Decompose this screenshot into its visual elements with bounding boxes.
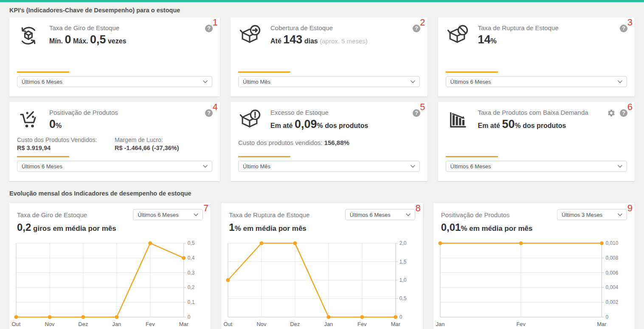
svg-text:?: ? — [415, 110, 418, 116]
help-icon[interactable]: ? — [205, 109, 213, 117]
annotation-number: 9 — [627, 204, 633, 213]
gear-icon[interactable] — [607, 109, 616, 117]
svg-text:?: ? — [622, 26, 625, 31]
kpi-title: Taxa de Ruptura de Estoque — [478, 24, 559, 31]
value-segment: % dos produtos — [515, 122, 566, 129]
value-segment: 0,2 — [17, 221, 31, 233]
svg-text:0: 0 — [605, 314, 608, 320]
kpi-action-icons: ? — [412, 24, 421, 33]
help-icon[interactable]: ? — [619, 109, 628, 117]
chevron-down-icon — [411, 165, 415, 168]
help-icon[interactable]: ? — [205, 24, 213, 33]
period-select[interactable]: Últimos 3 Meses — [557, 209, 627, 220]
product-positivation-icon — [17, 109, 40, 132]
period-select-value: Últimos 6 Meses — [350, 212, 391, 218]
period-select[interactable]: Últimos 6 Meses — [345, 209, 415, 220]
help-icon[interactable]: ? — [619, 24, 628, 33]
svg-text:Fev: Fev — [146, 321, 155, 327]
svg-text:Jan: Jan — [436, 321, 444, 327]
svg-text:0,006: 0,006 — [605, 270, 618, 276]
help-icon[interactable]: ? — [412, 24, 421, 33]
kpi-card: Excesso de Estoque Em até 0,09% dos prod… — [231, 102, 427, 181]
low-demand-icon — [446, 109, 469, 132]
svg-text:0: 0 — [399, 314, 402, 320]
chevron-down-icon — [203, 80, 208, 83]
svg-text:0,2: 0,2 — [188, 284, 195, 290]
kpi-card: Cobertura de Estoque Até 143 dias (aprox… — [231, 17, 427, 96]
kpi-title: Positivação de Produtos — [49, 109, 118, 116]
svg-text:0,4: 0,4 — [188, 255, 195, 261]
annotation-number: 7 — [203, 204, 208, 213]
kpi-value: Em até 50% dos produtos — [478, 117, 588, 133]
kpi-text-block: Taxa de Giro de Estoque Mín. 0 Máx. 0,5 … — [49, 24, 127, 48]
kpi-title: Taxa de Giro de Estoque — [49, 24, 127, 31]
line-chart: 00,0020,0040,0060,0080,010JanFevMar — [433, 239, 635, 329]
value-segment: Mín. — [49, 37, 65, 45]
kpi-card-header: Positivação de Produtos 0% — [9, 102, 220, 133]
chevron-down-icon — [618, 165, 622, 168]
kpi-cards-grid: Taxa de Giro de Estoque Mín. 0 Máx. 0,5 … — [0, 17, 644, 181]
value-segment: Máx. — [71, 37, 90, 45]
period-select[interactable]: Últimos 6 Meses — [17, 161, 212, 172]
svg-text:Jan: Jan — [324, 321, 333, 327]
kpi-substats: Custo dos Produtos Vendidos:R$ 3.919,94M… — [9, 136, 220, 151]
substat-label: Custo dos Produtos Vendidos: — [17, 136, 115, 143]
value-segment: Em até — [270, 122, 295, 129]
chart-card: Taxa de Ruptura de Estoque Últimos 6 Mes… — [221, 203, 422, 329]
kpi-action-icons: ? — [412, 109, 421, 117]
svg-text:Nov: Nov — [257, 321, 267, 327]
period-select[interactable]: Último Mês — [238, 161, 420, 172]
value-segment: % em média por mês — [235, 224, 307, 233]
kpi-action-icons: ? — [205, 24, 213, 33]
value-segment: 1 — [229, 221, 234, 233]
svg-text:0,5: 0,5 — [399, 295, 407, 301]
value-segment: vezes — [106, 37, 126, 45]
chevron-down-icon — [406, 213, 411, 216]
kpi-action-icons: ? — [607, 109, 628, 117]
kpi-action-icons: ? — [619, 24, 628, 33]
period-select[interactable]: Últimos 6 Meses — [446, 76, 627, 87]
svg-text:0,1: 0,1 — [188, 299, 195, 305]
chart-card: Taxa de Giro de Estoque Últimos 6 Meses … — [9, 203, 211, 329]
svg-text:Mar: Mar — [179, 321, 189, 327]
svg-text:0: 0 — [188, 314, 191, 320]
kpi-substat: Margem de Lucro:R$ -1.464,66 (-37,36%) — [115, 136, 212, 151]
overstock-icon — [238, 109, 261, 132]
value-segment: Até — [270, 37, 283, 45]
period-select[interactable]: Último Mês — [238, 76, 420, 87]
chevron-down-icon — [194, 213, 198, 216]
annotation-number: 6 — [627, 102, 633, 112]
kpi-text-block: Taxa de Ruptura de Estoque 14% — [478, 24, 559, 48]
svg-text:2,0: 2,0 — [399, 240, 407, 246]
stockout-rate-icon — [446, 24, 469, 47]
kpi-value: Mín. 0 Máx. 0,5 vezes — [49, 33, 127, 48]
kpi-substat: Custo dos Produtos Vendidos:R$ 3.919,94 — [17, 136, 115, 151]
kpi-title: Excesso de Estoque — [270, 109, 368, 116]
svg-text:0,5: 0,5 — [188, 240, 195, 246]
accent-underline — [17, 71, 69, 73]
chart-card: Positivação de Produtos Últimos 3 Meses … — [433, 203, 635, 329]
annotation-number: 8 — [415, 204, 420, 213]
value-segment: % em média por mês — [461, 224, 532, 233]
chart-card-header: Positivação de Produtos Últimos 3 Meses — [433, 203, 635, 220]
period-select-value: Últimos 6 Meses — [450, 79, 491, 85]
kpi-substats: Custo dos produtos vendidos: 156,88% — [231, 136, 427, 146]
kpi-title: Taxa de Produtos com Baixa Demanda — [478, 109, 588, 116]
chevron-down-icon — [411, 80, 415, 83]
period-select-value: Último Mês — [243, 79, 270, 85]
period-select[interactable]: Últimos 6 Meses — [17, 76, 212, 87]
svg-text:0,008: 0,008 — [605, 255, 618, 261]
kpi-card-header: Taxa de Produtos com Baixa Demanda Em at… — [438, 102, 635, 133]
period-select[interactable]: Últimos 6 Meses — [133, 209, 203, 220]
substat-value: R$ -1.464,66 (-37,36%) — [115, 145, 212, 151]
value-segment: Em até — [478, 122, 502, 129]
svg-text:Dez: Dez — [290, 321, 300, 327]
chevron-down-icon — [618, 80, 622, 83]
period-select[interactable]: Últimos 6 Meses — [446, 161, 627, 172]
value-segment: 0,5 — [90, 33, 106, 46]
help-icon[interactable]: ? — [412, 109, 421, 117]
kpi-card: Taxa de Produtos com Baixa Demanda Em at… — [438, 102, 635, 181]
section-title: Evolução mensal dos Indicadores de desem… — [9, 190, 635, 197]
svg-text:Fev: Fev — [516, 321, 526, 327]
svg-text:?: ? — [415, 26, 418, 31]
